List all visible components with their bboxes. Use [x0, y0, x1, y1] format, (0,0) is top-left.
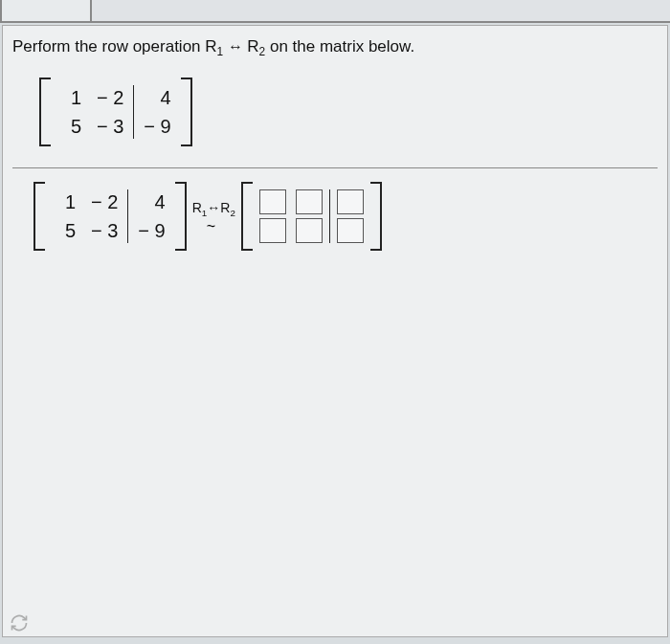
matrix-col-2: − 2 − 3 [89, 83, 131, 141]
cell: 4 [145, 188, 166, 216]
cell: − 9 [144, 112, 170, 141]
op-r2: R [247, 37, 258, 56]
augment-bar [133, 85, 134, 139]
bracket-right [183, 78, 192, 146]
cell: − 2 [97, 83, 123, 112]
answer-input-r1c1[interactable] [259, 189, 286, 214]
matrix-aug-col: 4 − 9 [130, 188, 172, 245]
refresh-icon[interactable] [10, 613, 29, 633]
equation-left-matrix: 1 5 − 2 − 3 4 − 9 [34, 182, 187, 251]
bracket-left [34, 182, 43, 251]
answer-col-2 [291, 188, 327, 245]
bracket-left [241, 182, 251, 251]
answer-input-r2c2[interactable] [296, 218, 323, 243]
cell: − 9 [138, 216, 165, 245]
tab-stub[interactable] [0, 0, 92, 21]
bracket-right [372, 182, 382, 251]
answer-aug-col [332, 188, 368, 245]
answer-matrix [241, 182, 382, 251]
matrix-col-1: 1 5 [53, 83, 89, 141]
cell: 5 [55, 216, 76, 245]
instruction-text: Perform the row operation R1 ↔ R2 on the… [12, 37, 658, 58]
equation-row: 1 5 − 2 − 3 4 − 9 R1↔R2 ~ [34, 182, 658, 251]
cell: − 3 [97, 112, 123, 141]
cell: − 3 [91, 216, 118, 245]
instruction-suffix: on the matrix below. [265, 37, 414, 56]
answer-col-1 [255, 188, 291, 245]
augment-bar [329, 189, 330, 243]
op-r2-sub: 2 [230, 208, 234, 218]
tilde-symbol: ~ [207, 218, 215, 235]
cell: 4 [150, 83, 171, 112]
op-r1: R [205, 37, 216, 56]
cell: 1 [55, 188, 76, 216]
answer-input-r1c3[interactable] [337, 189, 364, 214]
answer-input-r1c2[interactable] [296, 189, 323, 214]
op-r1: R [192, 200, 202, 215]
given-matrix: 1 5 − 2 − 3 4 − 9 [39, 78, 658, 150]
matrix-col-2: − 2 − 3 [83, 188, 125, 245]
op-arrow: ↔ [223, 37, 247, 55]
op-r2: R [220, 200, 230, 215]
swap-arrow-icon: ↔ [207, 200, 220, 215]
tab-bar [0, 0, 670, 23]
answer-input-r2c1[interactable] [259, 218, 286, 243]
answer-input-r2c3[interactable] [337, 218, 364, 243]
operation-column: R1↔R2 ~ [187, 198, 241, 235]
bracket-right [177, 182, 187, 251]
row-op-label: R1↔R2 [192, 198, 235, 218]
matrix-aug-col: 4 − 9 [136, 83, 178, 141]
cell: 5 [60, 112, 81, 141]
cell: 1 [60, 83, 81, 112]
divider [12, 167, 658, 168]
cell: − 2 [91, 188, 118, 216]
matrix-col-1: 1 5 [47, 188, 83, 245]
augment-bar [127, 189, 128, 243]
instruction-prefix: Perform the row operation [12, 37, 205, 56]
bracket-left [39, 78, 49, 146]
question-panel: Perform the row operation R1 ↔ R2 on the… [2, 25, 668, 637]
